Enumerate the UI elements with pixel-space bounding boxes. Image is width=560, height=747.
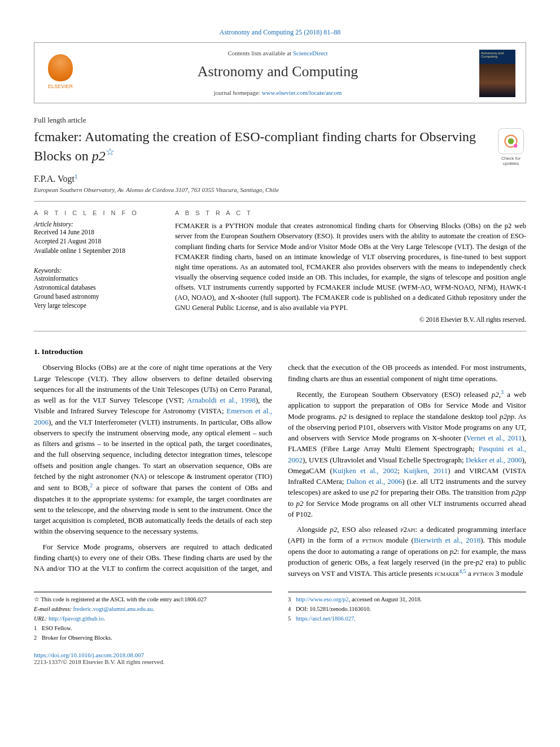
journal-cover-thumbnail: Astronomy and Computing [479,50,515,97]
article-info: A R T I C L E I N F O Article history: R… [34,209,158,323]
contents-line: Contents lists available at ScienceDirec… [86,50,469,56]
page-container: Astronomy and Computing 25 (2018) 81–88 … [0,0,560,688]
publisher-logo: ELSEVIER [45,50,76,89]
elsevier-tree-icon [48,54,73,81]
homepage-line: journal homepage: www.elsevier.com/locat… [86,89,469,96]
check-updates-badge[interactable]: Check for updates [496,128,526,166]
article-title: fcmaker: Automating the creation of ESO-… [34,128,487,165]
svg-rect-2 [514,144,518,148]
title-footnote-star[interactable]: ☆ [106,146,115,158]
footnote-link[interactable]: 4,5 [459,568,466,574]
article-type: Full length article [34,116,526,125]
citation-link[interactable]: Kuijken et al., 2002 [333,466,397,475]
url-link[interactable]: http://fpavogt.github.io [49,615,103,622]
body-text: Observing Blocks (OBs) are at the core o… [34,362,526,579]
fn-link[interactable]: http://www.eso.org/p2 [296,596,349,602]
authors: F.P.A. Vogt1 [34,173,526,184]
citation-link[interactable]: Arnaboldi et al., 1998 [187,396,256,404]
footnotes-left: ☆ This code is registered at the ASCL wi… [34,592,272,644]
citation-link[interactable]: Bierwirth et al., 2018 [414,536,480,544]
doi-line: https://doi.org/10.1016/j.ascom.2018.08.… [34,652,526,658]
section-heading-intro: 1. Introduction [34,347,526,356]
divider [34,201,526,202]
citation-link[interactable]: Kuijken, 2011 [404,466,448,475]
svg-point-1 [508,138,514,145]
homepage-link[interactable]: www.elsevier.com/locate/ascom [262,89,342,96]
journal-title: Astronomy and Computing [86,63,469,80]
citation-link[interactable]: Dalton et al., 2006 [346,477,402,486]
issn-line: 2213-1337/© 2018 Elsevier B.V. All right… [34,658,526,665]
divider [34,331,526,331]
citation-header: Astronomy and Computing 25 (2018) 81–88 [34,28,526,37]
fn-link[interactable]: https://ascl.net/1806.027 [296,615,354,622]
journal-header: ELSEVIER Contents lists available at Sci… [34,42,526,103]
doi-link[interactable]: https://doi.org/10.1016/j.ascom.2018.08.… [34,652,144,658]
check-updates-icon [502,133,519,150]
author-affil-sup[interactable]: 1 [75,173,78,180]
citation-link[interactable]: Dekker et al., 2000 [466,456,522,464]
affiliation: European Southern Observatory, Av. Alons… [34,186,526,193]
abstract: A B S T R A C T FCMAKER is a PYTHON modu… [175,209,526,323]
citation-link[interactable]: Vernet et al., 2011 [466,434,522,442]
email-link[interactable]: frederic.vogt@alumni.anu.edu.au [73,606,153,612]
sciencedirect-link[interactable]: ScienceDirect [293,50,328,56]
footnotes-right: 3http://www.eso.org/p2, accessed on Augu… [288,592,526,644]
